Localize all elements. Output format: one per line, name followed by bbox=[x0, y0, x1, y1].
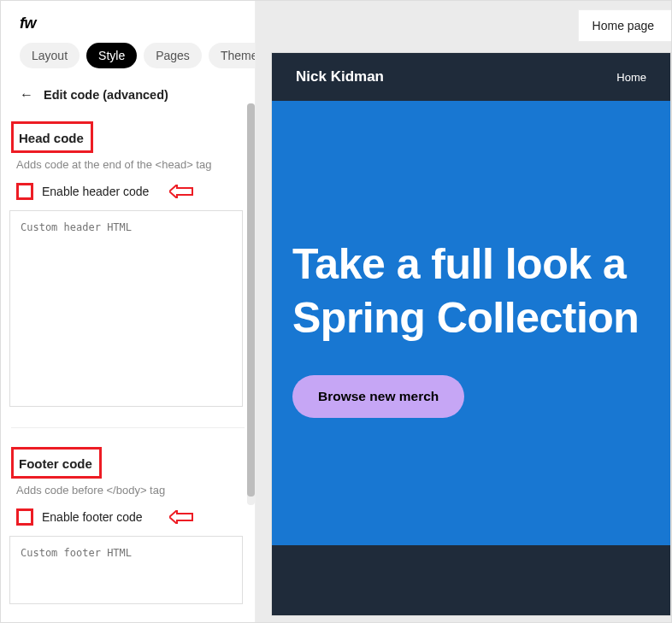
header-code-textarea[interactable] bbox=[9, 210, 243, 407]
nav-home-link[interactable]: Home bbox=[616, 71, 646, 84]
section-divider bbox=[11, 427, 245, 428]
breadcrumb: ← Edit code (advanced) bbox=[1, 77, 255, 109]
tab-style[interactable]: Style bbox=[86, 43, 137, 68]
preview-frame: Nick Kidman Home Take a full look a Spri… bbox=[271, 52, 671, 616]
footer-code-section: Footer code Adds code before </body> tag… bbox=[1, 435, 255, 536]
head-code-section: Head code Adds code at the end of the <h… bbox=[1, 109, 255, 210]
enable-footer-label: Enable footer code bbox=[42, 510, 143, 524]
scrollbar-track[interactable] bbox=[247, 103, 255, 505]
footer-code-desc: Adds code before </body> tag bbox=[11, 479, 245, 505]
hero-heading-line1: Take a full look a bbox=[292, 238, 670, 291]
enable-header-row: Enable header code bbox=[11, 179, 245, 210]
app-logo: fw bbox=[1, 1, 255, 43]
enable-footer-checkbox[interactable] bbox=[16, 508, 33, 526]
editor-tabs: Layout Style Pages Theme bbox=[1, 43, 255, 77]
site-header: Nick Kidman Home bbox=[272, 53, 670, 101]
preview-area: Home page Nick Kidman Home Take a full l… bbox=[256, 1, 671, 622]
head-code-desc: Adds code at the end of the <head> tag bbox=[11, 153, 245, 179]
editor-sidebar: fw Layout Style Pages Theme ← Edit code … bbox=[1, 1, 256, 622]
scrollbar-thumb[interactable] bbox=[247, 103, 255, 497]
hero-section: Take a full look a Spring Collection Bro… bbox=[272, 101, 670, 545]
back-icon[interactable]: ← bbox=[20, 87, 33, 103]
annotation-arrow-icon bbox=[169, 510, 193, 524]
page-indicator[interactable]: Home page bbox=[578, 9, 671, 42]
tab-theme[interactable]: Theme bbox=[209, 43, 256, 68]
breadcrumb-label: Edit code (advanced) bbox=[44, 88, 168, 102]
sidebar-scroll[interactable]: Head code Adds code at the end of the <h… bbox=[1, 109, 255, 622]
tab-pages[interactable]: Pages bbox=[144, 43, 202, 68]
tab-layout[interactable]: Layout bbox=[20, 43, 80, 68]
footer-code-title: Footer code bbox=[11, 447, 102, 479]
site-title: Nick Kidman bbox=[296, 68, 384, 85]
site-footer bbox=[272, 545, 670, 616]
annotation-arrow-icon bbox=[169, 185, 193, 198]
enable-footer-row: Enable footer code bbox=[11, 505, 245, 536]
enable-header-checkbox[interactable] bbox=[16, 183, 33, 200]
cta-button[interactable]: Browse new merch bbox=[292, 375, 464, 418]
footer-code-textarea[interactable] bbox=[9, 536, 243, 604]
head-code-title: Head code bbox=[11, 121, 93, 153]
hero-heading-line2: Spring Collection bbox=[292, 291, 670, 345]
enable-header-label: Enable header code bbox=[42, 185, 149, 198]
